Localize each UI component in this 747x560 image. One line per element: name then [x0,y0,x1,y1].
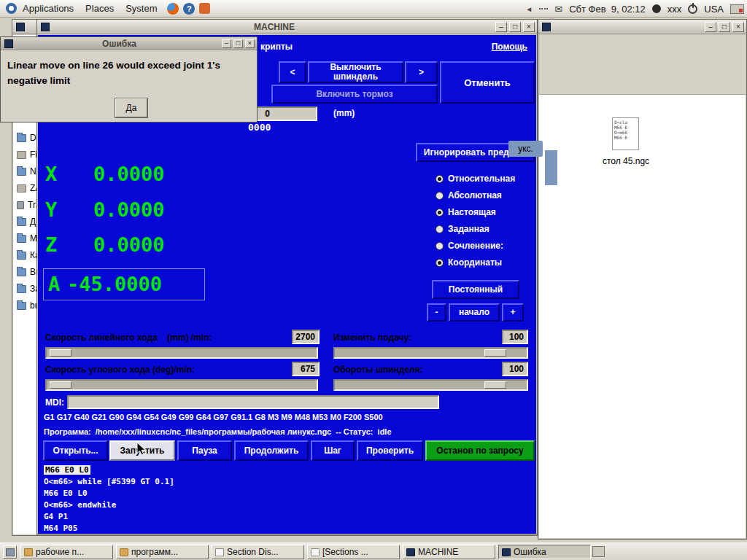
linear-speed-slider[interactable] [45,347,318,359]
code-line[interactable]: M66 E0 L0 [44,465,90,475]
drive-icon [17,151,26,159]
maximize-button[interactable]: □ [233,39,243,48]
menu-places[interactable]: Places [80,3,120,14]
code-line[interactable]: M64 P05 [44,524,77,533]
jog-plus-button[interactable]: + [502,303,524,322]
partial-icon-label[interactable]: укс. [508,141,543,157]
code-line[interactable]: M66 E0 L0 [44,489,88,498]
taskbar-tray-icon[interactable] [592,546,605,557]
verify-button[interactable]: Проверить [357,440,423,461]
resume-button[interactable]: Продолжить [234,440,309,461]
document-icon [311,548,320,556]
volume-icon[interactable]: ◄ [525,5,533,13]
close-button[interactable]: × [732,22,744,32]
folder-icon [17,252,26,260]
mail-icon[interactable]: ✉ [554,4,562,15]
window-menu-icon[interactable] [16,23,25,31]
brake-button[interactable]: Включить тормоз [271,85,438,104]
radio-world[interactable]: Координаты [436,256,502,269]
maximize-button[interactable]: □ [719,22,730,32]
open-button[interactable]: Открыть... [43,440,108,461]
prev-button[interactable]: < [279,61,306,83]
ngc-file-icon[interactable]: O<cla M66 E O<m66 M66 E [612,117,639,150]
keyboard-icon[interactable] [730,4,744,14]
code-line[interactable]: O<m66> endwhile [44,500,116,510]
task-button-error[interactable]: Ошибка [498,545,591,559]
show-desktop-button[interactable] [3,545,17,559]
spindle-override-slider[interactable] [333,379,528,391]
folder-icon [17,235,26,243]
code-line[interactable]: G4 P1 [44,512,68,521]
radio-absolute[interactable]: Абсолютная [436,189,502,202]
panel-tray: ◄ ✉ Сбт Фев 9, 02:12 xxx USA [525,0,744,18]
error-dialog-titlebar[interactable]: Ошибка – □ × [1,37,257,50]
window-menu-icon[interactable] [542,23,551,31]
window-menu-icon[interactable] [4,39,13,48]
menu-help[interactable]: Помощь [492,42,527,52]
task-button-working-folder[interactable]: рабочие п... [20,545,113,559]
clock[interactable]: Сбт Фев 9, 02:12 [569,4,646,15]
task-button-machine[interactable]: MACHINE [403,545,495,559]
slider-handle[interactable] [484,349,506,357]
program-status: Программа: /home/xxx/linuxcnc/nc_files/п… [44,427,392,436]
radio-relative[interactable]: Относительная [436,172,515,185]
machine-titlebar[interactable]: MACHINE – □ × [37,20,537,34]
radio-icon[interactable] [436,225,444,233]
step-button[interactable]: Шаг [311,440,355,461]
right-window-content: O<cla M66 E O<m66 M66 E стол 45.ngc [539,95,746,538]
minimize-button[interactable]: – [705,22,716,32]
radio-icon[interactable] [436,175,444,183]
radio-icon[interactable] [436,192,444,200]
task-button-programs-folder[interactable]: программ... [116,545,209,559]
code-line[interactable]: O<m66> while [#5399 GT 0.1] [44,477,174,486]
folder-icon [17,302,26,310]
window-menu-icon[interactable] [41,23,50,31]
radio-icon[interactable] [436,242,444,250]
jog-minus-button[interactable]: - [427,303,446,322]
next-button[interactable]: > [405,61,438,83]
menu-scripts[interactable]: крипты [260,42,293,52]
ok-button[interactable]: Да [115,98,147,117]
close-button[interactable]: × [523,22,535,32]
minimize-button[interactable]: – [495,22,507,32]
close-button[interactable]: × [245,39,255,48]
selected-icon-fragment[interactable] [545,150,557,185]
mdi-input[interactable] [67,395,439,409]
power-icon[interactable] [688,4,697,14]
app-icon [406,548,415,556]
radio-commanded[interactable]: Заданная [436,222,489,236]
slider-handle[interactable] [50,349,71,357]
right-background-window: – □ × O<cla M66 E O<m66 M66 E стол 45.ng… [538,19,747,540]
menu-applications[interactable]: Applications [17,3,80,14]
radio-icon[interactable] [436,209,444,217]
package-launcher-icon[interactable] [199,3,210,14]
radio-joint[interactable]: Сочленение: [436,239,503,252]
minimize-button[interactable]: – [222,39,231,48]
task-button-section-dis[interactable]: Section Dis... [212,545,304,559]
spindle-off-button[interactable]: Выключить шпиндель [308,61,403,83]
pause-button[interactable]: Пауза [177,440,232,461]
cancel-button[interactable]: Отменить [440,61,535,104]
right-window-titlebar[interactable]: – □ × [538,20,746,34]
angular-speed-slider[interactable] [45,379,318,391]
maximize-button[interactable]: □ [509,22,521,32]
stop-on-request-button[interactable]: Останов по запросу [425,440,535,461]
home-button[interactable]: начало [449,303,500,322]
radio-icon[interactable] [436,259,444,267]
keyboard-layout[interactable]: USA [704,4,724,15]
task-button-sections[interactable]: [Sections ... [307,545,400,559]
applications-menu-icon[interactable] [6,3,17,14]
help-launcher-icon[interactable]: ? [183,3,195,15]
radio-actual[interactable]: Настоящая [436,206,496,219]
slider-handle[interactable] [484,381,506,389]
taskbar: рабочие п... программ... Section Dis... … [0,542,747,560]
feed-override-slider[interactable] [333,347,528,359]
firefox-launcher-icon[interactable] [167,3,179,15]
user-avatar-icon[interactable] [652,4,661,13]
gnome-panel: Applications Places System ? ◄ ✉ Сбт Фев… [0,0,747,18]
slider-handle[interactable] [50,381,71,389]
menu-system[interactable]: System [120,3,163,14]
username[interactable]: xxx [667,4,682,15]
ngc-file-label[interactable]: стол 45.ngc [583,156,669,166]
continuous-button[interactable]: Постоянный [432,280,519,299]
